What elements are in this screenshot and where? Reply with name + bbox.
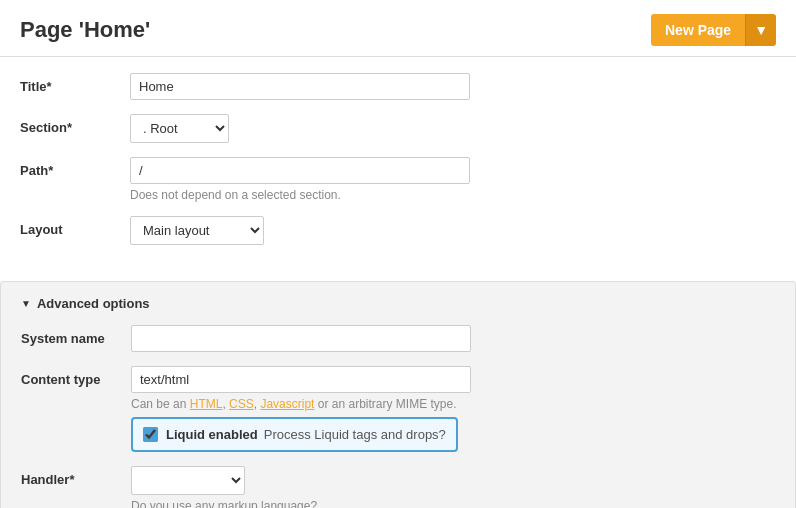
- section-label: Section*: [20, 114, 130, 135]
- advanced-toggle[interactable]: ▼ Advanced options: [21, 296, 775, 311]
- path-row: Path* Does not depend on a selected sect…: [20, 157, 776, 202]
- new-page-button-group: New Page ▼: [651, 14, 776, 46]
- section-select[interactable]: . Root About Blog Contact: [130, 114, 229, 143]
- layout-select[interactable]: Main layout Default layout No layout: [130, 216, 264, 245]
- system-name-row: System name: [21, 325, 775, 352]
- content-type-label: Content type: [21, 366, 131, 387]
- content-type-control: Can be an HTML, CSS, Javascript or an ar…: [131, 366, 775, 452]
- content-type-help-suffix: or an arbitrary MIME type.: [314, 397, 456, 411]
- html-link[interactable]: HTML: [190, 397, 223, 411]
- title-label: Title*: [20, 73, 130, 94]
- javascript-link[interactable]: Javascript: [260, 397, 314, 411]
- content-type-help-prefix: Can be an: [131, 397, 190, 411]
- handler-help: Do you use any markup language?: [131, 499, 775, 508]
- main-form: Title* Section* . Root About Blog Contac…: [0, 57, 796, 275]
- path-control: Does not depend on a selected section.: [130, 157, 776, 202]
- system-name-input[interactable]: [131, 325, 471, 352]
- css-link[interactable]: CSS: [229, 397, 254, 411]
- content-type-help: Can be an HTML, CSS, Javascript or an ar…: [131, 397, 775, 411]
- liquid-enabled-box: Liquid enabled Process Liquid tags and d…: [131, 417, 458, 452]
- content-type-row: Content type Can be an HTML, CSS, Javasc…: [21, 366, 775, 452]
- system-name-control: [131, 325, 775, 352]
- liquid-desc: Process Liquid tags and drops?: [264, 427, 446, 442]
- layout-control: Main layout Default layout No layout: [130, 216, 776, 245]
- section-control: . Root About Blog Contact: [130, 114, 776, 143]
- page-title: Page 'Home': [20, 17, 150, 43]
- title-control: [130, 73, 776, 100]
- path-input[interactable]: [130, 157, 470, 184]
- new-page-dropdown-arrow[interactable]: ▼: [745, 14, 776, 46]
- advanced-section: ▼ Advanced options System name Content t…: [0, 281, 796, 508]
- title-row: Title*: [20, 73, 776, 100]
- liquid-label: Liquid enabled: [166, 427, 258, 442]
- advanced-toggle-label: Advanced options: [37, 296, 150, 311]
- liquid-checkbox[interactable]: [143, 427, 158, 442]
- advanced-arrow-icon: ▼: [21, 298, 31, 309]
- handler-control: Markdown Textile Do you use any markup l…: [131, 466, 775, 508]
- new-page-button[interactable]: New Page: [651, 14, 745, 46]
- page-header: Page 'Home' New Page ▼: [0, 0, 796, 57]
- handler-select[interactable]: Markdown Textile: [131, 466, 245, 495]
- path-help: Does not depend on a selected section.: [130, 188, 776, 202]
- system-name-label: System name: [21, 325, 131, 346]
- section-row: Section* . Root About Blog Contact: [20, 114, 776, 143]
- layout-row: Layout Main layout Default layout No lay…: [20, 216, 776, 245]
- content-type-input[interactable]: [131, 366, 471, 393]
- path-label: Path*: [20, 157, 130, 178]
- title-input[interactable]: [130, 73, 470, 100]
- handler-row: Handler* Markdown Textile Do you use any…: [21, 466, 775, 508]
- handler-label: Handler*: [21, 466, 131, 487]
- layout-label: Layout: [20, 216, 130, 237]
